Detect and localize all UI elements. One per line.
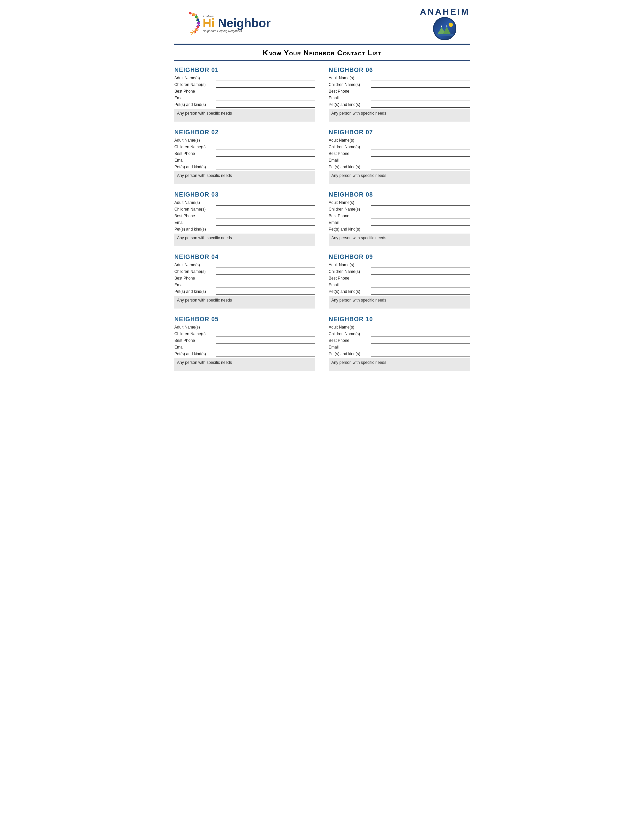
pets-row-01: Pet(s) and kind(s) bbox=[174, 102, 316, 108]
children-names-label-09: Children Name(s) bbox=[328, 269, 369, 275]
pets-row-03: Pet(s) and kind(s) bbox=[174, 227, 316, 232]
best-phone-input-09[interactable] bbox=[371, 276, 470, 281]
anaheim-emblem-svg bbox=[434, 20, 455, 37]
neighbor-block-04: NEIGHBOR 04 Adult Name(s) Children Name(… bbox=[174, 254, 316, 309]
pets-label-03: Pet(s) and kind(s) bbox=[174, 227, 214, 232]
best-phone-input-10[interactable] bbox=[371, 338, 470, 344]
email-row-05: Email bbox=[174, 345, 316, 350]
svg-point-1 bbox=[188, 11, 192, 15]
pets-input-10[interactable] bbox=[371, 352, 470, 357]
children-names-input-04[interactable] bbox=[216, 269, 316, 275]
specific-needs-box-04: Any person with specific needs bbox=[174, 296, 316, 309]
best-phone-input-01[interactable] bbox=[216, 89, 316, 94]
adult-names-input-04[interactable] bbox=[216, 262, 316, 268]
best-phone-input-08[interactable] bbox=[371, 214, 470, 219]
children-names-input-09[interactable] bbox=[371, 269, 470, 275]
neighbors-grid: NEIGHBOR 01 Adult Name(s) Children Name(… bbox=[174, 67, 470, 378]
best-phone-input-07[interactable] bbox=[371, 151, 470, 157]
children-names-label-07: Children Name(s) bbox=[328, 145, 369, 150]
specific-needs-box-01: Any person with specific needs bbox=[174, 109, 316, 122]
pets-input-07[interactable] bbox=[371, 165, 470, 170]
email-label-06: Email bbox=[328, 96, 369, 101]
email-input-09[interactable] bbox=[371, 283, 470, 288]
adult-names-input-02[interactable] bbox=[216, 138, 316, 143]
pets-input-08[interactable] bbox=[371, 227, 470, 232]
specific-needs-box-06: Any person with specific needs bbox=[328, 109, 470, 122]
adult-names-label-06: Adult Name(s) bbox=[328, 76, 369, 81]
adult-names-label-08: Adult Name(s) bbox=[328, 200, 369, 206]
hi-label: Hi bbox=[203, 16, 215, 30]
children-names-input-05[interactable] bbox=[216, 331, 316, 337]
email-input-01[interactable] bbox=[216, 96, 316, 101]
children-names-label-04: Children Name(s) bbox=[174, 269, 214, 275]
adult-names-input-05[interactable] bbox=[216, 325, 316, 330]
adult-names-row-09: Adult Name(s) bbox=[328, 262, 470, 268]
email-input-10[interactable] bbox=[371, 345, 470, 350]
adult-names-input-07[interactable] bbox=[371, 138, 470, 143]
adult-names-input-08[interactable] bbox=[371, 200, 470, 206]
email-row-10: Email bbox=[328, 345, 470, 350]
best-phone-row-02: Best Phone bbox=[174, 151, 316, 157]
email-input-05[interactable] bbox=[216, 345, 316, 350]
children-names-row-05: Children Name(s) bbox=[174, 331, 316, 337]
children-names-input-01[interactable] bbox=[216, 82, 316, 88]
email-input-07[interactable] bbox=[371, 158, 470, 163]
adult-names-label-02: Adult Name(s) bbox=[174, 138, 214, 143]
pets-input-03[interactable] bbox=[216, 227, 316, 232]
neighbor-title-10: NEIGHBOR 10 bbox=[328, 316, 470, 323]
adult-names-input-09[interactable] bbox=[371, 262, 470, 268]
best-phone-input-02[interactable] bbox=[216, 151, 316, 157]
children-names-input-03[interactable] bbox=[216, 207, 316, 212]
pets-input-04[interactable] bbox=[216, 289, 316, 294]
pets-input-09[interactable] bbox=[371, 289, 470, 294]
adult-names-label-01: Adult Name(s) bbox=[174, 76, 214, 81]
adult-names-input-06[interactable] bbox=[371, 76, 470, 81]
email-input-06[interactable] bbox=[371, 96, 470, 101]
best-phone-row-07: Best Phone bbox=[328, 151, 470, 157]
children-names-input-08[interactable] bbox=[371, 207, 470, 212]
best-phone-row-04: Best Phone bbox=[174, 276, 316, 281]
pets-input-06[interactable] bbox=[371, 102, 470, 108]
email-input-03[interactable] bbox=[216, 220, 316, 225]
pets-row-10: Pet(s) and kind(s) bbox=[328, 352, 470, 357]
email-row-01: Email bbox=[174, 96, 316, 101]
best-phone-label-07: Best Phone bbox=[328, 151, 369, 157]
children-names-label-08: Children Name(s) bbox=[328, 207, 369, 212]
adult-names-input-10[interactable] bbox=[371, 325, 470, 330]
pets-input-05[interactable] bbox=[216, 352, 316, 357]
best-phone-input-06[interactable] bbox=[371, 89, 470, 94]
children-names-row-09: Children Name(s) bbox=[328, 269, 470, 275]
adult-names-label-03: Adult Name(s) bbox=[174, 200, 214, 206]
best-phone-input-04[interactable] bbox=[216, 276, 316, 281]
children-names-input-07[interactable] bbox=[371, 145, 470, 150]
children-names-row-06: Children Name(s) bbox=[328, 82, 470, 88]
pets-row-06: Pet(s) and kind(s) bbox=[328, 102, 470, 108]
email-input-02[interactable] bbox=[216, 158, 316, 163]
anaheim-circle-emblem bbox=[433, 17, 456, 40]
best-phone-input-03[interactable] bbox=[216, 214, 316, 219]
children-names-input-10[interactable] bbox=[371, 331, 470, 337]
pets-label-08: Pet(s) and kind(s) bbox=[328, 227, 369, 232]
children-names-input-06[interactable] bbox=[371, 82, 470, 88]
svg-marker-45 bbox=[441, 25, 442, 27]
hi-neighbor-text: Hi Neighbor bbox=[203, 17, 270, 29]
specific-needs-box-07: Any person with specific needs bbox=[328, 171, 470, 184]
email-input-04[interactable] bbox=[216, 283, 316, 288]
best-phone-label-06: Best Phone bbox=[328, 89, 369, 94]
pets-input-01[interactable] bbox=[216, 102, 316, 108]
pets-label-04: Pet(s) and kind(s) bbox=[174, 289, 214, 294]
email-label-03: Email bbox=[174, 220, 214, 225]
best-phone-input-05[interactable] bbox=[216, 338, 316, 344]
adult-names-input-01[interactable] bbox=[216, 76, 316, 81]
neighbor-title-04: NEIGHBOR 04 bbox=[174, 254, 316, 261]
adult-names-row-03: Adult Name(s) bbox=[174, 200, 316, 206]
children-names-row-02: Children Name(s) bbox=[174, 145, 316, 150]
children-names-row-03: Children Name(s) bbox=[174, 207, 316, 212]
children-names-input-02[interactable] bbox=[216, 145, 316, 150]
pets-input-02[interactable] bbox=[216, 165, 316, 170]
neighbor-block-05: NEIGHBOR 05 Adult Name(s) Children Name(… bbox=[174, 316, 316, 371]
email-label-10: Email bbox=[328, 345, 369, 350]
email-input-08[interactable] bbox=[371, 220, 470, 225]
adult-names-input-03[interactable] bbox=[216, 200, 316, 206]
adult-names-row-04: Adult Name(s) bbox=[174, 262, 316, 268]
